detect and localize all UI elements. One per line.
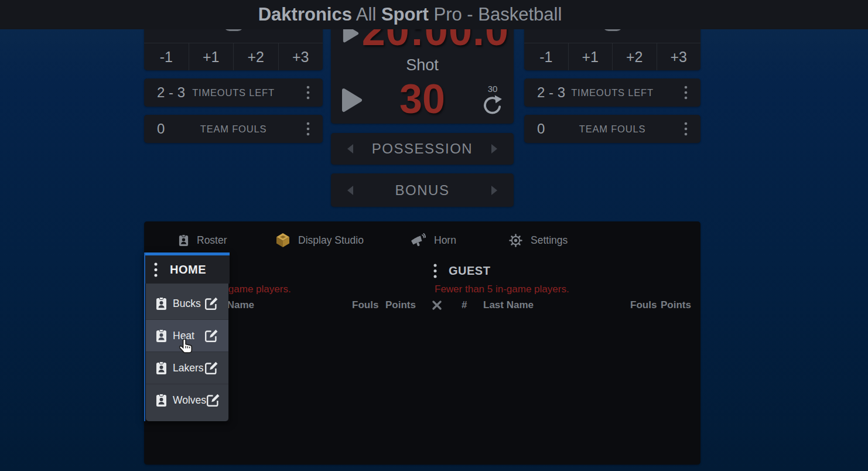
team-select-menu: Bucks Heat Lakers — [146, 284, 228, 421]
shot-reset-value: 30 — [481, 84, 504, 93]
menu-item-bucks[interactable]: Bucks — [146, 288, 228, 319]
app-title-segment: All — [352, 4, 381, 25]
home-team-title: HOME — [170, 263, 206, 277]
bonus-toggle[interactable]: BONUS — [331, 173, 514, 207]
home-timeouts-label: TIMEOUTS LEFT — [144, 87, 323, 98]
home-team-dropdown: HOME Bucks Heat — [144, 252, 230, 421]
menu-item-lakers[interactable]: Lakers — [146, 351, 228, 384]
guest-plus-2-button[interactable]: +2 — [612, 43, 657, 70]
shot-clock-reset[interactable]: 30 — [481, 84, 504, 115]
home-minus-1-button[interactable]: -1 — [144, 43, 189, 70]
menu-item-label: Lakers — [173, 362, 204, 374]
kebab-menu-icon[interactable] — [683, 85, 689, 100]
tab-roster-label: Roster — [197, 234, 227, 247]
home-col-points: Points — [385, 299, 416, 311]
guest-minus-1-button[interactable]: -1 — [524, 43, 568, 70]
guest-col-points: Points — [661, 299, 691, 311]
gear-icon — [509, 234, 522, 247]
edit-icon[interactable] — [204, 361, 218, 375]
guest-team-title: GUEST — [449, 264, 490, 278]
edit-icon[interactable] — [204, 296, 218, 310]
guest-roster-warning: Fewer than 5 in-game players. — [435, 284, 569, 295]
guest-col-last-name: Last Name — [483, 299, 534, 311]
bonus-label: BONUS — [331, 182, 514, 199]
edit-icon[interactable] — [206, 393, 220, 407]
app-title-sport-mode: Pro - Basketball — [429, 4, 562, 25]
guest-col-number: # — [462, 299, 467, 311]
guest-remove-column-x-icon[interactable] — [432, 300, 442, 310]
id-badge-icon — [156, 329, 167, 343]
id-badge-icon — [156, 361, 167, 375]
home-team-header[interactable]: HOME — [145, 255, 230, 284]
kebab-menu-icon[interactable] — [305, 85, 311, 100]
kebab-menu-icon[interactable] — [305, 121, 311, 136]
app-title-bar: Daktronics All Sport Pro - Basketball — [0, 0, 868, 29]
guest-team-fouls-row: 0 TEAM FOULS — [524, 115, 700, 143]
menu-item-label: Wolves — [173, 394, 206, 407]
home-plus-2-button[interactable]: +2 — [233, 43, 278, 70]
kebab-menu-icon[interactable] — [432, 263, 438, 279]
possession-toggle[interactable]: POSSESSION — [331, 133, 514, 165]
guest-plus-3-button[interactable]: +3 — [657, 43, 701, 70]
kebab-menu-icon[interactable] — [153, 262, 159, 278]
tab-horn[interactable]: Horn — [411, 232, 456, 248]
tab-display-studio-label: Display Studio — [298, 234, 364, 247]
menu-item-heat[interactable]: Heat — [146, 319, 228, 351]
guest-team-fouls-label: TEAM FOULS — [524, 124, 700, 135]
home-score-buttons: -1 +1 +2 +3 — [144, 43, 323, 70]
home-plus-1-button[interactable]: +1 — [189, 43, 234, 70]
guest-timeouts-label: TIMEOUTS LEFT — [524, 87, 700, 98]
guest-team-header: GUEST — [432, 262, 490, 279]
roster-badge-icon — [179, 234, 189, 247]
kebab-menu-icon[interactable] — [683, 121, 689, 136]
reset-arrow-icon[interactable] — [481, 94, 504, 115]
tab-settings-label: Settings — [531, 234, 568, 247]
tab-settings[interactable]: Settings — [509, 232, 568, 248]
tab-display-studio[interactable]: Display Studio — [276, 232, 364, 248]
id-badge-icon — [156, 394, 167, 407]
home-team-fouls-row: 0 TEAM FOULS — [144, 115, 323, 143]
id-badge-icon — [156, 297, 167, 310]
app-title-brand: Daktronics — [258, 4, 352, 25]
guest-plus-1-button[interactable]: +1 — [568, 43, 613, 70]
menu-item-label: Heat — [173, 330, 194, 342]
cube-icon — [276, 233, 290, 248]
app-title-segment: Sport — [381, 4, 429, 25]
guest-col-fouls: Fouls — [630, 299, 657, 311]
menu-item-wolves[interactable]: Wolves — [146, 384, 228, 416]
home-plus-3-button[interactable]: +3 — [278, 43, 323, 70]
home-col-fouls: Fouls — [352, 299, 378, 311]
menu-item-label: Bucks — [173, 298, 201, 310]
guest-score-buttons: -1 +1 +2 +3 — [524, 43, 700, 70]
home-team-fouls-label: TEAM FOULS — [144, 124, 323, 135]
tab-horn-label: Horn — [434, 234, 456, 247]
shot-clock-title: Shot — [331, 56, 514, 74]
app-window: -1 +1 +2 +3 2 - 3 TIMEOUTS LEFT 0 TEAM F… — [0, 0, 868, 471]
edit-icon[interactable] — [204, 329, 218, 343]
possession-label: POSSESSION — [331, 141, 514, 157]
horn-icon — [411, 233, 426, 247]
guest-timeouts-row: 2 - 3 TIMEOUTS LEFT — [524, 78, 700, 107]
tab-roster[interactable]: Roster — [179, 232, 227, 248]
home-timeouts-row: 2 - 3 TIMEOUTS LEFT — [144, 78, 323, 107]
